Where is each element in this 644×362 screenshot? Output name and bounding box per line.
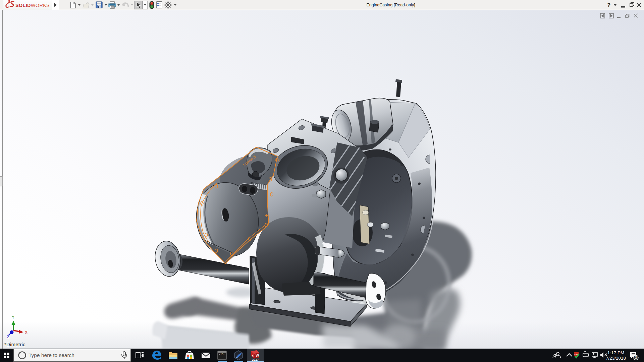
svg-text:1:17 PM: 1:17 PM xyxy=(607,350,624,355)
svg-text:3: 3 xyxy=(635,356,637,360)
svg-text:X: X xyxy=(25,330,28,335)
svg-text:C:\_: C:\_ xyxy=(219,352,225,355)
svg-text:sw: sw xyxy=(575,353,578,356)
svg-text:Z: Z xyxy=(7,335,9,339)
svg-text:2017: 2017 xyxy=(252,358,259,361)
svg-text:Y: Y xyxy=(12,315,14,320)
svg-text:7/23/2018: 7/23/2018 xyxy=(606,356,626,361)
svg-text:?: ? xyxy=(607,2,610,8)
svg-text:W: W xyxy=(256,353,259,357)
